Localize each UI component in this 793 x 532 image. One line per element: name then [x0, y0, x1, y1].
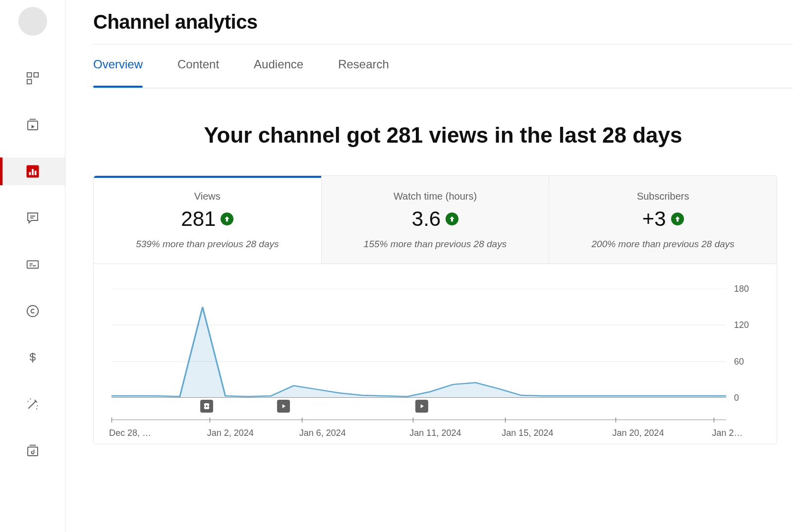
- sidebar-item-content[interactable]: [0, 111, 65, 139]
- views-chart[interactable]: [112, 289, 726, 398]
- content-icon: [25, 117, 40, 132]
- video-marker-icon[interactable]: [277, 400, 290, 413]
- metric-watch-time[interactable]: Watch time (hours) 3.6 155% more than pr…: [322, 176, 550, 264]
- svg-rect-3: [28, 121, 38, 130]
- metric-value: 281: [181, 207, 216, 231]
- magic-wand-icon: [25, 397, 40, 412]
- svg-rect-8: [27, 261, 38, 268]
- summary-headline: Your channel got 281 views in the last 2…: [93, 123, 793, 148]
- page-title: Channel analytics: [93, 11, 258, 33]
- tab-research[interactable]: Research: [338, 57, 389, 75]
- tabs: Overview Content Audience Research: [93, 45, 793, 88]
- sidebar-item-audio-library[interactable]: [0, 437, 65, 465]
- x-tick: Jan 2, 2024: [207, 428, 254, 438]
- metrics-row: Views 281 539% more than previous 28 day…: [94, 176, 777, 264]
- svg-rect-2: [27, 80, 31, 84]
- trend-up-icon: [221, 213, 233, 225]
- metric-value: 3.6: [412, 207, 441, 231]
- sidebar-item-subtitles[interactable]: [0, 251, 65, 278]
- sidebar: [0, 0, 65, 532]
- metric-compare: 539% more than previous 28 days: [104, 239, 311, 250]
- sidebar-item-copyright[interactable]: [0, 297, 65, 325]
- tab-content[interactable]: Content: [177, 57, 219, 75]
- metric-subscribers[interactable]: Subscribers +3 200% more than previous 2…: [549, 176, 777, 264]
- metric-value-row: 281: [181, 207, 233, 231]
- trend-up-icon: [446, 213, 458, 225]
- metric-views[interactable]: Views 281 539% more than previous 28 day…: [94, 176, 322, 264]
- svg-rect-6: [32, 169, 34, 175]
- tab-audience[interactable]: Audience: [254, 57, 303, 75]
- sidebar-item-comments[interactable]: [0, 204, 65, 232]
- x-tick: Jan 15, 2024: [502, 428, 553, 438]
- comments-icon: [25, 211, 40, 225]
- sidebar-item-earn[interactable]: [0, 344, 65, 372]
- svg-rect-5: [29, 172, 31, 175]
- metric-value-row: 3.6: [412, 207, 458, 231]
- metric-label: Views: [104, 191, 311, 202]
- analytics-icon: [25, 164, 40, 179]
- sidebar-item-customization[interactable]: [0, 390, 65, 418]
- x-tick: Dec 28, …: [109, 428, 151, 438]
- video-marker-icon[interactable]: [415, 400, 428, 413]
- analytics-card: Views 281 539% more than previous 28 day…: [93, 175, 777, 444]
- shorts-marker-icon[interactable]: [200, 400, 213, 413]
- metric-label: Watch time (hours): [332, 191, 539, 202]
- chart-area: 180120600 Dec 28, …Jan 2, 2024Jan 6, 202…: [94, 264, 777, 444]
- x-tick: Jan 11, 2024: [409, 428, 461, 438]
- dashboard-icon: [25, 71, 40, 86]
- channel-avatar[interactable]: [18, 7, 47, 36]
- y-axis: 180120600: [726, 289, 759, 398]
- metric-compare: 200% more than previous 28 days: [559, 239, 767, 250]
- metric-value: +3: [642, 207, 666, 231]
- svg-rect-1: [34, 73, 38, 77]
- main-content: Channel analytics Overview Content Audie…: [65, 0, 793, 532]
- x-axis: Dec 28, …Jan 2, 2024Jan 6, 2024Jan 11, 2…: [112, 424, 726, 444]
- sidebar-item-analytics[interactable]: [0, 158, 65, 185]
- metric-compare: 155% more than previous 28 days: [332, 239, 539, 250]
- tab-overview[interactable]: Overview: [93, 57, 143, 75]
- x-tick: Jan 20, 2024: [613, 428, 664, 438]
- dollar-icon: [25, 350, 40, 365]
- svg-rect-0: [27, 73, 31, 77]
- subtitles-icon: [25, 257, 40, 272]
- sidebar-item-dashboard[interactable]: [0, 64, 65, 92]
- event-markers: [112, 400, 726, 418]
- svg-rect-7: [34, 171, 36, 175]
- page-header: Channel analytics: [93, 0, 793, 45]
- x-tick: Jan 2…: [712, 428, 742, 438]
- x-axis-line: [112, 420, 726, 420]
- copyright-icon: [25, 304, 40, 319]
- svg-point-9: [27, 306, 38, 317]
- metric-value-row: +3: [642, 207, 684, 231]
- trend-up-icon: [671, 213, 684, 225]
- metric-label: Subscribers: [559, 191, 767, 202]
- audio-library-icon: [25, 443, 40, 458]
- x-tick: Jan 6, 2024: [299, 428, 346, 438]
